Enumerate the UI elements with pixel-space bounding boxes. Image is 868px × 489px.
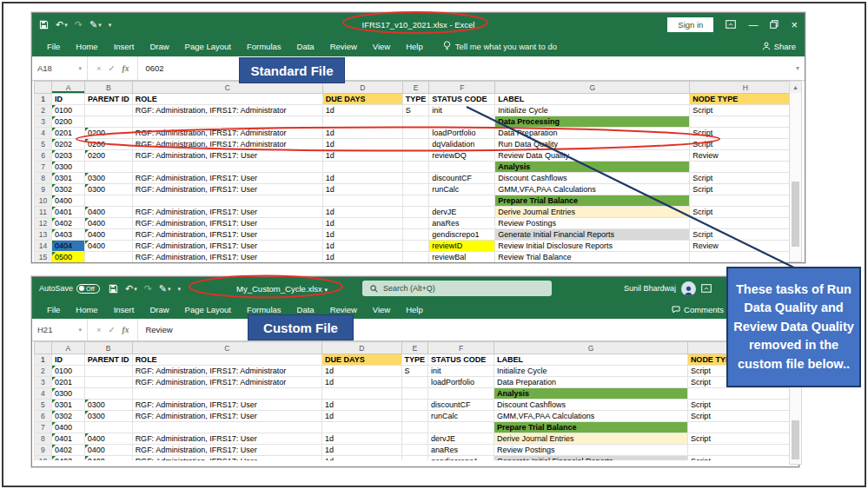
cell[interactable]: GMM,VFA,PAA Calculations: [495, 184, 690, 195]
cell[interactable]: [402, 241, 429, 252]
cell[interactable]: 0202: [52, 139, 85, 150]
cell[interactable]: Run Data Quality: [495, 139, 690, 150]
cell[interactable]: Generate Initial Financial Reports: [494, 456, 688, 461]
scrollbar-thumb[interactable]: [792, 420, 799, 459]
cell[interactable]: [402, 128, 429, 139]
row-header-10[interactable]: 10: [35, 195, 52, 207]
share-button[interactable]: Share: [762, 42, 796, 51]
cell[interactable]: RGF: Administration, IFRS17: User: [132, 184, 322, 195]
cell[interactable]: Analysis: [495, 162, 690, 173]
cell[interactable]: [132, 422, 321, 433]
ribbon-tab-view[interactable]: View: [365, 305, 398, 314]
cell[interactable]: [402, 184, 429, 195]
row-header-4[interactable]: 4: [35, 128, 52, 139]
cell[interactable]: 1d: [322, 173, 402, 184]
undo-icon[interactable]: ↶▾: [56, 20, 68, 30]
cell[interactable]: 1d: [322, 366, 401, 377]
redo-icon[interactable]: ↷: [144, 284, 152, 294]
cell[interactable]: [690, 252, 801, 263]
ribbon-display-options-icon[interactable]: [726, 20, 736, 29]
sign-in-button[interactable]: Sign in: [667, 17, 713, 32]
cell[interactable]: [322, 422, 401, 433]
cell[interactable]: [428, 422, 494, 433]
ribbon-tab-help[interactable]: Help: [398, 305, 431, 314]
header-cell-due-days[interactable]: DUE DAYS: [322, 354, 401, 366]
formula-bar-expand-icon[interactable]: ▾: [791, 64, 805, 72]
cell[interactable]: RGF: Administration, IFRS17: Administrat…: [132, 105, 322, 116]
cell[interactable]: [401, 456, 428, 461]
cell[interactable]: dqValidation: [429, 139, 495, 150]
cell[interactable]: 0400: [84, 445, 132, 456]
name-box-dropdown-icon[interactable]: ▾: [78, 65, 82, 72]
column-header-A[interactable]: A: [51, 342, 84, 354]
row-header-1[interactable]: 1: [35, 94, 52, 105]
cell[interactable]: 0301: [51, 400, 84, 411]
cell[interactable]: Data Preparation: [495, 128, 690, 139]
column-header-G[interactable]: G: [495, 82, 690, 94]
cell[interactable]: Review Initial Disclosure Reports: [495, 241, 690, 252]
cell[interactable]: Script: [690, 184, 801, 195]
cell[interactable]: reviewID: [429, 241, 495, 252]
cell[interactable]: 0300: [85, 184, 133, 195]
cell[interactable]: RGF: Administration, IFRS17: User: [132, 218, 322, 229]
cell[interactable]: [401, 388, 428, 400]
cell[interactable]: Review Postings: [494, 445, 688, 456]
cell[interactable]: runCalc: [429, 184, 495, 195]
qat-customize-icon[interactable]: ▾: [178, 286, 182, 292]
column-header-H[interactable]: H: [690, 82, 801, 94]
row-header-9[interactable]: 9: [35, 184, 52, 195]
cell[interactable]: RGF: Administration, IFRS17: User: [132, 150, 322, 162]
header-cell-label[interactable]: LABEL: [494, 354, 688, 366]
cell[interactable]: 0300: [85, 173, 133, 184]
column-header-A[interactable]: A: [52, 82, 85, 94]
cell[interactable]: [132, 116, 322, 128]
cell[interactable]: [85, 116, 133, 128]
header-cell-node-type[interactable]: NODE TYPE: [690, 94, 801, 105]
column-header-B[interactable]: B: [84, 342, 132, 354]
cell[interactable]: [322, 116, 402, 128]
header-cell-parent-id[interactable]: PARENT ID: [84, 354, 132, 366]
ribbon-tab-view[interactable]: View: [365, 42, 398, 51]
cell[interactable]: Script: [690, 139, 801, 150]
cell[interactable]: [401, 400, 428, 411]
cell[interactable]: Data Preparation: [494, 377, 688, 388]
cell[interactable]: gendiscrepo1: [428, 456, 494, 461]
cell[interactable]: RGF: Administration, IFRS17: User: [132, 433, 321, 445]
cell[interactable]: [402, 162, 429, 173]
cell[interactable]: Script: [687, 433, 798, 445]
row-header-8[interactable]: 8: [35, 433, 52, 445]
insert-function-icon[interactable]: fx: [123, 326, 129, 334]
row-header-1[interactable]: 1: [35, 354, 52, 366]
cell[interactable]: Initialize Cycle: [495, 105, 690, 116]
ribbon-tab-formulas[interactable]: Formulas: [239, 305, 289, 314]
cell[interactable]: [322, 388, 401, 400]
cell[interactable]: 0100: [51, 366, 84, 377]
cell[interactable]: 0400: [85, 218, 133, 229]
cancel-icon[interactable]: ×: [96, 325, 102, 334]
cell[interactable]: init: [428, 366, 494, 377]
select-all-corner[interactable]: [35, 342, 52, 354]
ribbon-tab-home[interactable]: Home: [68, 305, 105, 314]
cell[interactable]: 0201: [52, 128, 85, 139]
cell[interactable]: 0300: [84, 400, 132, 411]
cell[interactable]: [402, 229, 429, 241]
cell[interactable]: 0203: [52, 150, 85, 162]
cell[interactable]: 0401: [51, 433, 84, 445]
cell[interactable]: Script: [690, 128, 801, 139]
row-header-2[interactable]: 2: [35, 366, 52, 377]
cell[interactable]: Script: [687, 456, 798, 461]
cell[interactable]: [687, 388, 798, 400]
ribbon-tab-help[interactable]: Help: [398, 42, 431, 51]
cell[interactable]: [429, 195, 495, 207]
row-header-6[interactable]: 6: [35, 150, 52, 162]
column-header-D[interactable]: D: [322, 342, 401, 354]
cell[interactable]: S: [402, 105, 429, 116]
header-cell-id[interactable]: ID: [52, 94, 85, 105]
cell[interactable]: Review: [690, 241, 801, 252]
account-area[interactable]: Sunil Bhardwaj: [624, 277, 712, 300]
cell[interactable]: 1d: [322, 411, 401, 422]
cell[interactable]: Review Data Quality: [495, 150, 690, 162]
cell[interactable]: [401, 377, 428, 388]
cell[interactable]: [402, 150, 429, 162]
row-header-5[interactable]: 5: [35, 139, 52, 150]
